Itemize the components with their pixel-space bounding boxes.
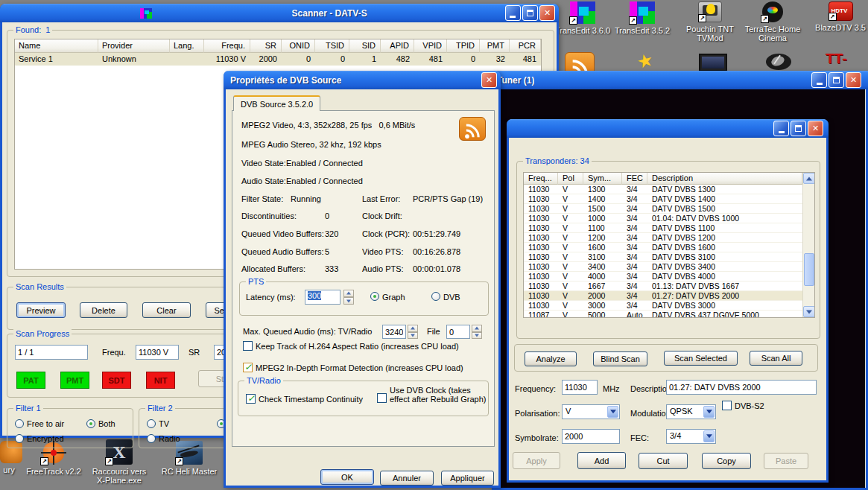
scrollbar[interactable] <box>802 173 814 317</box>
scroll-up-icon[interactable] <box>803 173 815 184</box>
tab-dvb-source[interactable]: DVB Source 3.5.2.0 <box>233 95 320 111</box>
column-header[interactable]: TSID <box>315 39 349 53</box>
transponder-list[interactable]: Freq...PolSym...FECDescription 11030V130… <box>523 172 815 318</box>
polarisation-select[interactable]: V <box>562 404 620 419</box>
terminal-icon[interactable] <box>699 54 727 71</box>
max-audio-tv-field[interactable] <box>382 325 406 339</box>
encrypted-radio[interactable] <box>15 434 24 443</box>
both-radio[interactable] <box>86 419 95 428</box>
transponder-row[interactable]: 11030V12003/4DATV DVBS 1200 <box>524 233 814 243</box>
h264-checkbox[interactable] <box>243 341 253 351</box>
symbolrate-field[interactable] <box>562 429 620 444</box>
transponder-list-header[interactable]: Freq...PolSym...FECDescription <box>524 173 814 185</box>
transponder-row[interactable]: 11030V40003/4DATV DVBS 4000 <box>524 272 814 281</box>
maximize-button[interactable] <box>829 72 844 88</box>
column-header[interactable]: Lang. <box>170 39 204 53</box>
dvbclock-checkbox[interactable] <box>377 393 387 403</box>
transponder-row[interactable]: 11030V34003/4DATV DVBS 3400 <box>524 262 814 272</box>
maximize-button[interactable] <box>522 5 538 21</box>
transponder-row[interactable]: 11030V15003/4DATV DVBS 1500 <box>524 204 814 214</box>
close-button[interactable]: ✕ <box>539 5 555 21</box>
column-header[interactable]: SR <box>250 39 282 53</box>
tv-radio[interactable] <box>147 419 156 428</box>
add-button[interactable]: Add <box>577 452 626 469</box>
column-header[interactable]: TPID <box>447 39 480 53</box>
max-audio-file-field[interactable] <box>446 325 470 339</box>
wizard-star-icon[interactable]: ★ <box>635 49 656 74</box>
analyze-button[interactable]: Analyze <box>525 351 577 366</box>
services-table-header[interactable]: NameProviderLang.Frequ.SRONIDTSIDSIDAPID… <box>15 39 541 53</box>
blind-scan-button[interactable]: Blind Scan <box>593 351 647 366</box>
modulation-select[interactable]: QPSK <box>666 404 716 419</box>
chevron-down-icon[interactable] <box>703 406 715 418</box>
close-button[interactable]: ✕ <box>846 72 861 88</box>
graph-radio[interactable] <box>370 292 379 301</box>
copy-button[interactable]: Copy <box>702 453 751 469</box>
timestamp-checkbox[interactable] <box>246 394 256 404</box>
dialog-titlebar[interactable]: Propriétés de DVB Source ✕ <box>224 71 501 89</box>
desktop-icon-terratec[interactable]: ↗ TerraTec Home Cinema <box>744 1 801 42</box>
chevron-down-icon[interactable] <box>607 406 618 418</box>
column-header[interactable]: PMT <box>480 39 510 53</box>
desktop-icon-pouchin-tnt[interactable]: ↗ Pouchin TNT TVMod <box>682 1 738 42</box>
technotrend-icon[interactable]: TT- <box>826 51 847 67</box>
column-header[interactable]: FEC <box>622 173 647 185</box>
scrollbar-thumb[interactable] <box>804 253 814 286</box>
max-audio-file-spinner[interactable] <box>472 325 482 339</box>
tuner-titlebar[interactable]: Tuner (1) ✕ <box>492 71 868 89</box>
maximize-button[interactable] <box>791 121 806 136</box>
cut-button[interactable]: Cut <box>639 453 688 469</box>
column-header[interactable]: Freq... <box>524 173 558 185</box>
radio-radio[interactable] <box>147 434 156 443</box>
close-button[interactable]: ✕ <box>481 72 497 88</box>
column-header[interactable]: Pol <box>558 173 583 185</box>
frequ-field[interactable] <box>136 345 179 360</box>
column-header[interactable]: VPID <box>414 39 447 53</box>
apply-button[interactable]: Apply <box>513 452 560 469</box>
minimize-button[interactable] <box>505 5 521 21</box>
latency-field[interactable]: 300 <box>305 290 340 305</box>
delete-button[interactable]: Delete <box>80 302 127 318</box>
frequency-field[interactable] <box>562 380 598 395</box>
apply-button[interactable]: Appliquer <box>441 471 494 486</box>
scan-all-button[interactable]: Scan All <box>750 351 802 366</box>
transponder-row[interactable]: 11030V13003/4DATV DVBS 1300 <box>524 185 814 194</box>
mpeg2-indepth-checkbox[interactable] <box>243 363 253 372</box>
transponder-row[interactable]: 11030V10003/401.04: DATV DVBS 1000 <box>524 214 814 223</box>
ok-button[interactable]: OK <box>320 469 374 485</box>
max-audio-tv-spinner[interactable] <box>408 325 418 339</box>
scroll-down-icon[interactable] <box>803 306 815 317</box>
desktop-icon-transedit-360[interactable]: ↗ TransEdit 3.6.0 <box>554 1 611 35</box>
column-header[interactable]: Name <box>15 39 98 53</box>
paste-button[interactable]: Paste <box>764 453 808 469</box>
scanner-titlebar[interactable]: Scanner - DATV-S ✕ <box>0 4 559 22</box>
transponder-row[interactable]: 11087V5000AutoDATV DVBS 437 DG0VE 5000 <box>524 311 814 318</box>
minimize-button[interactable] <box>773 121 789 136</box>
column-header[interactable]: PCR <box>510 39 541 53</box>
column-header[interactable]: Sym... <box>583 173 622 185</box>
progress-field[interactable] <box>15 345 88 360</box>
dvbs2-checkbox[interactable] <box>722 401 732 410</box>
editor-titlebar[interactable]: ✕ <box>507 119 829 138</box>
desktop-icon-blazedtv[interactable]: HDTV ↗ BlazeDTV 3.5 <box>812 1 868 32</box>
column-header[interactable]: APID <box>381 39 414 53</box>
description-field[interactable] <box>666 380 817 395</box>
transponder-row[interactable]: 11030V16003/4DATV DVBS 1600 <box>524 243 814 252</box>
preview-button[interactable]: Preview <box>16 302 66 318</box>
column-header[interactable]: Frequ. <box>204 39 250 53</box>
clear-button[interactable]: Clear <box>142 302 191 318</box>
close-button[interactable]: ✕ <box>808 121 823 136</box>
satellite-dish-icon[interactable] <box>766 54 791 70</box>
service-row[interactable]: Service 1Unknown11030 V20000014824810324… <box>15 53 541 66</box>
column-header[interactable]: Description <box>647 173 802 185</box>
transponder-row[interactable]: 11030V31003/4DATV DVBS 3100 <box>524 252 814 262</box>
cancel-button[interactable]: Annuler <box>380 471 434 486</box>
free-to-air-radio[interactable] <box>15 419 24 428</box>
transponder-row[interactable]: 11030V11003/4DATV DVBS 1100 <box>524 223 814 233</box>
transponder-row[interactable]: 11030V14003/4DATV DVBS 1400 <box>524 194 814 204</box>
desktop-icon-transedit-352[interactable]: ↗ TransEdit 3.5.2 <box>614 1 671 35</box>
column-header[interactable]: SID <box>349 39 381 53</box>
transponder-row[interactable]: 11030V30003/4DATV DVBS 3000 <box>524 301 814 311</box>
latency-spinner[interactable] <box>343 290 354 305</box>
fec-select[interactable]: 3/4 <box>666 429 716 444</box>
